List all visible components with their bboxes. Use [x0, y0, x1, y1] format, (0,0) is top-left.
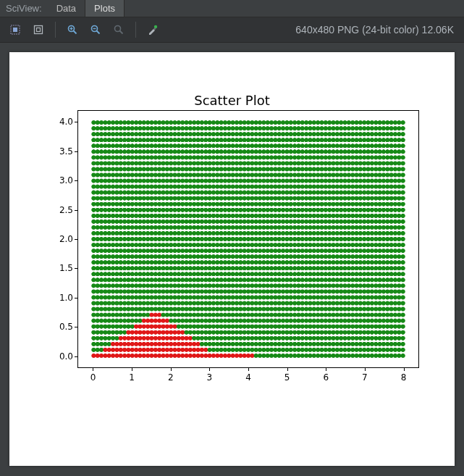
y-tick-mark [75, 210, 77, 211]
x-tick-mark [248, 368, 249, 371]
svg-point-11 [115, 26, 121, 32]
x-tick-label: 5 [284, 372, 290, 383]
color-picker-icon [147, 24, 159, 36]
x-tick-label: 7 [362, 372, 368, 383]
tab-data[interactable]: Data [48, 0, 85, 17]
zoom-in-button[interactable] [63, 20, 82, 39]
tab-plots[interactable]: Plots [85, 0, 125, 17]
y-tick-label: 1.0 [44, 293, 73, 303]
axes-frame [77, 110, 419, 368]
y-tick-mark [75, 180, 77, 181]
toolbar: 640x480 PNG (24-bit color) 12.06K [0, 17, 464, 43]
y-tick-label: 3.0 [44, 175, 73, 185]
scatter-canvas [78, 111, 418, 367]
plot-viewer: Scatter Plot 012345678 0.00.51.01.52.02.… [0, 43, 464, 476]
y-tick-mark [75, 356, 77, 357]
plot-page: Scatter Plot 012345678 0.00.51.01.52.02.… [9, 52, 455, 466]
toolbar-separator [135, 22, 136, 38]
x-tick-label: 4 [245, 372, 251, 383]
panel-label: SciView: [0, 0, 48, 17]
actual-size-icon [33, 24, 44, 36]
image-meta: 640x480 PNG (24-bit color) 12.06K [295, 24, 458, 36]
svg-rect-3 [37, 28, 41, 32]
fit-screen-button[interactable] [6, 20, 25, 39]
svg-line-5 [74, 31, 77, 34]
zoom-reset-icon [113, 24, 125, 36]
y-tick-label: 0.0 [44, 351, 73, 362]
y-tick-mark [75, 122, 77, 122]
y-tick-label: 2.0 [44, 234, 73, 244]
zoom-reset-button[interactable] [109, 20, 128, 39]
x-tick-label: 0 [90, 372, 96, 383]
fit-screen-icon [9, 24, 21, 36]
svg-rect-1 [13, 28, 17, 32]
y-tick-mark [75, 239, 77, 240]
y-tick-label: 1.5 [44, 263, 73, 273]
y-tick-mark [75, 268, 77, 269]
svg-rect-2 [35, 26, 43, 34]
y-tick-label: 2.5 [44, 205, 73, 215]
y-tick-mark [75, 327, 77, 327]
y-tick-label: 3.5 [44, 146, 73, 156]
x-tick-mark [93, 368, 93, 371]
toolbar-separator [55, 22, 56, 38]
tab-label: Data [56, 3, 76, 14]
zoom-in-icon [67, 24, 78, 36]
x-tick-label: 6 [323, 372, 329, 383]
y-tick-mark [75, 298, 77, 298]
svg-line-9 [97, 31, 100, 34]
x-tick-label: 8 [401, 372, 407, 383]
tab-bar: SciView: Data Plots [0, 0, 464, 17]
zoom-out-button[interactable] [86, 20, 105, 39]
x-tick-mark [132, 368, 132, 371]
y-tick-mark [75, 151, 77, 152]
color-picker-button[interactable] [143, 20, 162, 39]
svg-line-12 [120, 31, 123, 34]
x-tick-mark [365, 368, 366, 371]
y-tick-label: 0.5 [44, 322, 73, 332]
tab-label: Plots [94, 3, 115, 14]
x-tick-mark [326, 368, 326, 371]
x-tick-mark [171, 368, 172, 371]
x-tick-label: 3 [207, 372, 213, 383]
y-tick-label: 4.0 [44, 117, 73, 127]
zoom-out-icon [90, 24, 101, 36]
x-tick-mark [209, 368, 210, 371]
x-tick-mark [404, 368, 405, 371]
x-tick-label: 2 [168, 372, 174, 383]
chart-title: Scatter Plot [9, 93, 455, 108]
x-tick-label: 1 [129, 372, 135, 383]
x-tick-mark [287, 368, 288, 371]
actual-size-button[interactable] [29, 20, 48, 39]
